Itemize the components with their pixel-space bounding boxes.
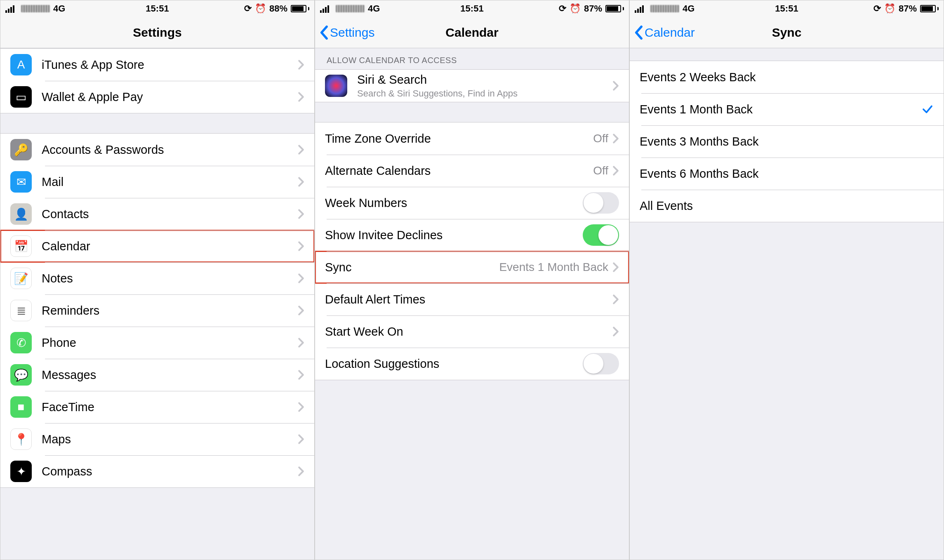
back-button[interactable]: Calendar xyxy=(634,25,695,40)
alarm-icon: ⏰ xyxy=(255,3,266,14)
row-label: Events 1 Month Back xyxy=(640,103,921,116)
row-time-zone-override[interactable]: Time Zone OverrideOff xyxy=(315,122,629,155)
chevron-right-icon xyxy=(298,176,304,187)
row-label: Week Numbers xyxy=(325,196,583,210)
settings-row-phone[interactable]: ✆Phone xyxy=(0,327,314,359)
key-icon: 🔑 xyxy=(10,139,32,160)
row-location-suggestions[interactable]: Location Suggestions xyxy=(315,348,629,380)
chevron-right-icon xyxy=(298,434,304,445)
settings-row-facetime[interactable]: ■FaceTime xyxy=(0,391,314,423)
sync-option[interactable]: Events 2 Weeks Back xyxy=(630,61,944,93)
battery-percent: 87% xyxy=(899,3,917,14)
row-default-alert-times[interactable]: Default Alert Times xyxy=(315,283,629,315)
navbar: Settings xyxy=(0,17,314,48)
sync-option[interactable]: Events 1 Month Back xyxy=(630,93,944,125)
svg-rect-9 xyxy=(637,9,639,13)
settings-row-compass[interactable]: ✦Compass xyxy=(0,455,314,487)
page-title: Settings xyxy=(133,26,181,40)
signal-icon xyxy=(320,5,332,13)
row-alternate-calendars[interactable]: Alternate CalendarsOff xyxy=(315,155,629,187)
settings-row-maps[interactable]: 📍Maps xyxy=(0,423,314,455)
siri-icon xyxy=(325,75,347,97)
back-button[interactable]: Settings xyxy=(319,25,374,40)
row-label: Sync xyxy=(325,261,499,274)
row-sync[interactable]: SyncEvents 1 Month Back xyxy=(315,251,629,283)
row-label: FaceTime xyxy=(42,400,298,414)
chevron-right-icon xyxy=(612,80,619,91)
row-label: iTunes & App Store xyxy=(42,58,298,72)
settings-row-notes[interactable]: 📝Notes xyxy=(0,262,314,294)
section-header: ALLOW CALENDAR TO ACCESS xyxy=(315,48,629,69)
settings-list[interactable]: AiTunes & App Store▭Wallet & Apple Pay 🔑… xyxy=(0,48,314,560)
settings-row-mail[interactable]: ✉︎Mail xyxy=(0,166,314,198)
sync-option[interactable]: Events 6 Months Back xyxy=(630,158,944,190)
toggle[interactable] xyxy=(583,224,619,246)
battery-percent: 87% xyxy=(584,3,602,14)
navbar: Settings Calendar xyxy=(315,17,629,48)
settings-row-contacts[interactable]: 👤Contacts xyxy=(0,198,314,230)
toggle[interactable] xyxy=(583,353,619,374)
chevron-right-icon xyxy=(612,294,619,305)
calendar-settings-screen: 4G 15:51 ⟳ ⏰ 87% Settings Calendar ALLOW… xyxy=(315,0,629,560)
alarm-icon: ⏰ xyxy=(884,3,895,14)
settings-row-wallet[interactable]: ▭Wallet & Apple Pay xyxy=(0,81,314,113)
row-week-numbers[interactable]: Week Numbers xyxy=(315,187,629,219)
row-label: Location Suggestions xyxy=(325,357,583,371)
svg-rect-3 xyxy=(13,5,14,13)
compass-icon: ✦ xyxy=(10,461,32,482)
mail-icon: ✉︎ xyxy=(10,171,32,193)
chevron-right-icon xyxy=(298,402,304,412)
sync-option[interactable]: Events 3 Months Back xyxy=(630,125,944,158)
chevron-right-icon xyxy=(612,165,619,176)
signal-icon xyxy=(635,5,647,13)
row-label: Messages xyxy=(42,368,298,382)
toggle[interactable] xyxy=(583,192,619,214)
svg-rect-2 xyxy=(10,7,12,13)
row-label: Mail xyxy=(42,175,298,189)
page-title: Calendar xyxy=(445,26,498,40)
battery-percent: 88% xyxy=(269,3,287,14)
facetime-icon: ■ xyxy=(10,396,32,418)
row-value: Off xyxy=(593,164,608,177)
chevron-right-icon xyxy=(298,241,304,252)
sync-option[interactable]: All Events xyxy=(630,190,944,222)
sync-options-list[interactable]: Events 2 Weeks BackEvents 1 Month BackEv… xyxy=(630,48,944,560)
row-label: Calendar xyxy=(42,240,298,253)
chevron-right-icon xyxy=(298,144,304,155)
settings-row-app-store[interactable]: AiTunes & App Store xyxy=(0,49,314,81)
row-label: Wallet & Apple Pay xyxy=(42,90,298,104)
notes-icon: 📝 xyxy=(10,268,32,289)
calendar-settings-list[interactable]: ALLOW CALENDAR TO ACCESS Siri & Search S… xyxy=(315,48,629,560)
chevron-right-icon xyxy=(298,337,304,348)
back-label: Calendar xyxy=(645,26,695,40)
chevron-right-icon xyxy=(612,133,619,144)
page-title: Sync xyxy=(772,26,802,40)
chevron-right-icon xyxy=(298,209,304,219)
svg-rect-6 xyxy=(325,7,327,13)
row-show-invitee-declines[interactable]: Show Invitee Declines xyxy=(315,219,629,251)
row-label: Default Alert Times xyxy=(325,293,612,306)
alarm-icon: ⏰ xyxy=(570,3,581,14)
status-time: 15:51 xyxy=(146,3,169,14)
network-type: 4G xyxy=(53,3,65,14)
settings-row-messages[interactable]: 💬Messages xyxy=(0,359,314,391)
settings-row-calendar[interactable]: 📅Calendar xyxy=(0,230,314,262)
status-bar: 4G 15:51 ⟳ ⏰ 88% xyxy=(0,0,314,17)
settings-row-key[interactable]: 🔑Accounts & Passwords xyxy=(0,134,314,166)
svg-rect-1 xyxy=(8,9,9,13)
settings-row-reminders[interactable]: ≣Reminders xyxy=(0,294,314,327)
svg-rect-10 xyxy=(640,7,641,13)
svg-rect-7 xyxy=(327,5,329,13)
row-start-week-on[interactable]: Start Week On xyxy=(315,315,629,348)
orientation-lock-icon: ⟳ xyxy=(244,3,252,14)
chevron-right-icon xyxy=(298,369,304,380)
chevron-right-icon xyxy=(298,273,304,284)
network-type: 4G xyxy=(368,3,380,14)
back-label: Settings xyxy=(330,26,374,40)
chevron-right-icon xyxy=(298,59,304,70)
reminders-icon: ≣ xyxy=(10,300,32,321)
row-label: Accounts & Passwords xyxy=(42,143,298,157)
siri-search-row[interactable]: Siri & Search Search & Siri Suggestions,… xyxy=(315,70,629,102)
svg-rect-8 xyxy=(635,10,636,13)
row-label: Maps xyxy=(42,433,298,446)
